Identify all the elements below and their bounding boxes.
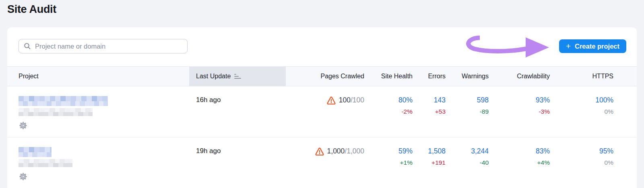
- gear-icon: [19, 172, 28, 181]
- table-row: 19h ago 1,000/1,000 59% +1% 1,508 +191 3…: [7, 137, 637, 188]
- column-header-errors[interactable]: Errors: [413, 67, 446, 86]
- table-header: Project Last Update Pages Crawled Site H…: [7, 66, 637, 86]
- column-header-last-update-label: Last Update: [196, 73, 231, 80]
- errors-cell: 143 +53: [413, 86, 446, 137]
- warnings-cell: 3,244 -40: [446, 137, 489, 188]
- warning-icon: [327, 96, 336, 106]
- last-update-cell: 19h ago: [189, 137, 286, 188]
- project-domain-blurred: [19, 108, 93, 116]
- warning-icon: [315, 147, 324, 157]
- project-name-link-blurred[interactable]: [19, 147, 52, 157]
- warnings-value-link[interactable]: 598: [477, 96, 489, 104]
- site-health-cell: 59% +1%: [364, 137, 413, 188]
- column-header-warnings[interactable]: Warnings: [446, 67, 489, 86]
- site-health-delta: +1%: [364, 159, 413, 166]
- search-input[interactable]: [19, 39, 188, 53]
- errors-delta: +191: [413, 159, 446, 166]
- warnings-delta: -89: [446, 108, 489, 115]
- crawlability-value-link[interactable]: 83%: [536, 147, 550, 155]
- warnings-cell: 598 -89: [446, 86, 489, 137]
- https-cell: 100% 0%: [550, 86, 637, 137]
- project-domain-blurred: [19, 159, 72, 167]
- column-header-https[interactable]: HTTPS: [550, 67, 637, 86]
- column-header-project[interactable]: Project: [7, 67, 189, 86]
- project-cell: [7, 137, 189, 188]
- page-title: Site Audit: [7, 3, 56, 16]
- https-value-link[interactable]: 95%: [599, 147, 613, 155]
- table-row: 16h ago 100/100 80% -2% 143 +53 598 -89 …: [7, 86, 637, 137]
- column-header-site-health[interactable]: Site Health: [364, 67, 413, 86]
- https-delta: 0%: [550, 159, 613, 166]
- project-settings-button[interactable]: [19, 172, 28, 181]
- create-project-button[interactable]: + Create project: [559, 39, 626, 53]
- project-name-link-blurred[interactable]: [19, 96, 108, 106]
- search-field-wrap: [19, 39, 188, 53]
- site-audit-projects-card: + Create project Project Last Update Pag…: [7, 27, 637, 188]
- warnings-value-link[interactable]: 3,244: [471, 147, 489, 155]
- crawlability-cell: 83% +4%: [489, 137, 550, 188]
- plus-icon: +: [566, 42, 571, 50]
- pages-crawled-value: 1,000/1,000: [327, 147, 364, 155]
- column-header-pages-crawled[interactable]: Pages Crawled: [286, 67, 364, 86]
- sort-icon: [234, 74, 241, 79]
- errors-delta: +53: [413, 108, 446, 115]
- toolbar: + Create project: [7, 27, 637, 66]
- warnings-delta: -40: [446, 159, 489, 166]
- site-health-value-link[interactable]: 80%: [398, 96, 413, 104]
- errors-value-link[interactable]: 1,508: [428, 147, 446, 155]
- pages-crawled-cell: 1,000/1,000: [286, 137, 364, 188]
- project-settings-button[interactable]: [19, 121, 28, 130]
- crawlability-cell: 93% -3%: [489, 86, 550, 137]
- gear-icon: [19, 121, 28, 130]
- site-health-value-link[interactable]: 59%: [398, 147, 413, 155]
- errors-value-link[interactable]: 143: [434, 96, 446, 104]
- project-cell: [7, 86, 189, 137]
- column-header-last-update[interactable]: Last Update: [189, 67, 286, 86]
- https-cell: 95% 0%: [550, 137, 637, 188]
- site-health-cell: 80% -2%: [364, 86, 413, 137]
- crawlability-delta: +4%: [489, 159, 550, 166]
- https-value-link[interactable]: 100%: [595, 96, 613, 104]
- site-health-delta: -2%: [364, 108, 413, 115]
- pages-crawled-cell: 100/100: [286, 86, 364, 137]
- column-header-crawlability[interactable]: Crawlability: [489, 67, 550, 86]
- errors-cell: 1,508 +191: [413, 137, 446, 188]
- create-project-label: Create project: [575, 43, 619, 50]
- pages-crawled-value: 100/100: [339, 96, 364, 104]
- crawlability-value-link[interactable]: 93%: [536, 96, 550, 104]
- https-delta: 0%: [550, 108, 613, 115]
- crawlability-delta: -3%: [489, 108, 550, 115]
- last-update-cell: 16h ago: [189, 86, 286, 137]
